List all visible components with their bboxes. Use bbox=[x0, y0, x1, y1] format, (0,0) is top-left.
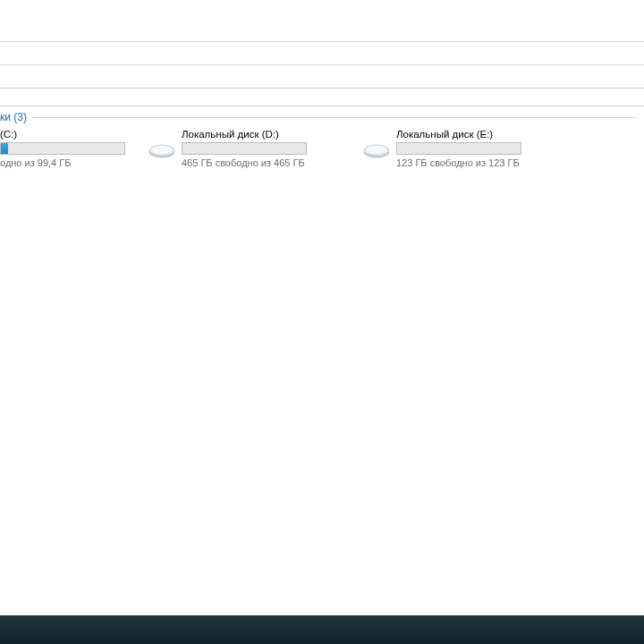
svg-point-5 bbox=[367, 146, 386, 154]
drive-item-c[interactable]: (C:) одно из 99,4 ГБ bbox=[0, 129, 139, 168]
drive-freespace-label: 123 ГБ свободно из 123 ГБ bbox=[396, 157, 568, 168]
svg-point-2 bbox=[152, 146, 172, 154]
drive-name: Локальный диск (D:) bbox=[182, 129, 353, 140]
drive-freespace-label: одно из 99,4 ГБ bbox=[0, 157, 139, 168]
divider bbox=[0, 64, 644, 65]
drive-usage-fill bbox=[1, 143, 8, 154]
drive-item-e[interactable]: Локальный диск (E:) 123 ГБ свободно из 1… bbox=[362, 129, 568, 168]
drives-section-header[interactable]: ки (3) bbox=[0, 109, 637, 125]
taskbar[interactable] bbox=[0, 615, 644, 644]
hdd-icon bbox=[362, 140, 391, 161]
divider bbox=[0, 41, 644, 42]
drive-usage-bar bbox=[0, 142, 125, 155]
drive-item-d[interactable]: Локальный диск (D:) 465 ГБ свободно из 4… bbox=[148, 129, 353, 168]
drives-section-label: ки (3) bbox=[0, 111, 27, 123]
drive-freespace-label: 465 ГБ свободно из 465 ГБ bbox=[182, 157, 353, 168]
divider bbox=[0, 106, 644, 106]
hdd-icon bbox=[148, 140, 176, 161]
divider bbox=[0, 88, 644, 89]
drive-usage-bar bbox=[182, 142, 307, 155]
drives-list: (C:) одно из 99,4 ГБ Локальный диск (D:)… bbox=[0, 129, 644, 168]
drive-name: Локальный диск (E:) bbox=[396, 129, 568, 140]
drive-name: (C:) bbox=[0, 129, 139, 140]
section-divider bbox=[32, 117, 637, 118]
drive-usage-bar bbox=[396, 142, 521, 155]
